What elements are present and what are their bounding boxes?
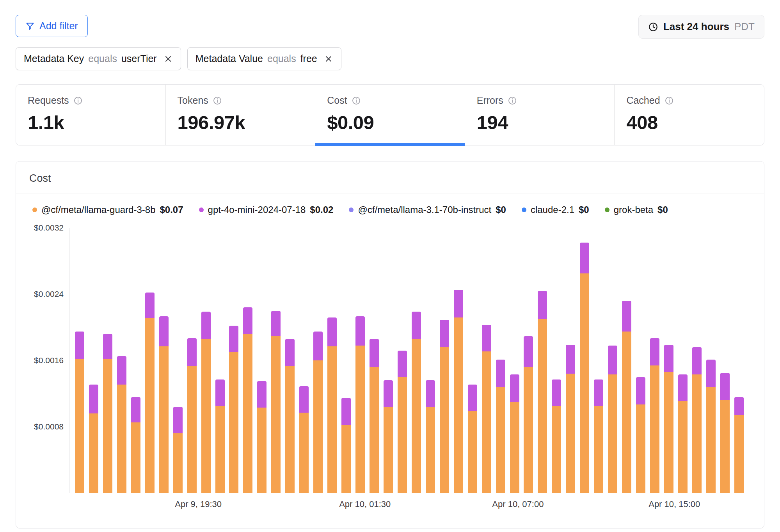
cost-bar[interactable]	[482, 228, 491, 493]
cost-bar[interactable]	[440, 228, 449, 493]
metric-card-cached[interactable]: Cached 408	[614, 84, 764, 145]
cost-bar[interactable]	[608, 228, 617, 493]
cost-bar[interactable]	[145, 228, 155, 493]
cost-bar[interactable]	[510, 228, 519, 493]
metric-label: Errors	[477, 95, 503, 106]
remove-filter-icon[interactable]	[324, 54, 333, 64]
remove-filter-icon[interactable]	[163, 54, 173, 64]
metric-card-tokens[interactable]: Tokens 196.97k	[165, 84, 316, 145]
cost-bar[interactable]	[370, 228, 379, 493]
cost-bar[interactable]	[692, 228, 702, 493]
cost-bar[interactable]	[173, 228, 183, 493]
info-icon[interactable]	[73, 96, 83, 105]
legend-item[interactable]: @cf/meta/llama-guard-3-8b $0.07	[32, 204, 183, 215]
cost-bar[interactable]	[580, 228, 589, 493]
cost-bar[interactable]	[285, 228, 295, 493]
metric-card-cost[interactable]: Cost $0.09	[315, 84, 465, 145]
bar-segment	[608, 346, 617, 374]
legend-series-total: $0.07	[160, 204, 183, 215]
metric-card-requests[interactable]: Requests 1.1k	[16, 84, 166, 145]
legend-item[interactable]: claude-2.1 $0	[522, 204, 589, 215]
cost-bar[interactable]	[538, 228, 547, 493]
metric-value: 194	[477, 112, 603, 133]
cost-bar[interactable]	[454, 228, 463, 493]
time-range-selector[interactable]: Last 24 hours PDT	[638, 15, 764, 39]
cost-bar[interactable]	[215, 228, 225, 493]
cost-bar[interactable]	[524, 228, 533, 493]
cost-bar[interactable]	[327, 228, 337, 493]
metric-label-row: Errors	[477, 95, 603, 106]
cost-bar[interactable]	[131, 228, 140, 493]
info-icon[interactable]	[352, 96, 361, 105]
bar-segment	[355, 316, 365, 345]
cost-bar[interactable]	[103, 228, 112, 493]
cost-bar[interactable]	[734, 228, 744, 493]
bar-segment	[566, 345, 575, 374]
cost-bar[interactable]	[706, 228, 716, 493]
cost-bar[interactable]	[384, 228, 393, 493]
bar-segment	[341, 425, 351, 493]
bar-segment	[75, 332, 84, 359]
cost-bar[interactable]	[622, 228, 631, 493]
cost-bar[interactable]	[117, 228, 126, 493]
cost-bar[interactable]	[271, 228, 281, 493]
legend-series-total: $0	[657, 204, 668, 215]
cost-bar[interactable]	[552, 228, 561, 493]
cost-bar[interactable]	[678, 228, 688, 493]
info-icon[interactable]	[508, 96, 517, 105]
filter-chip[interactable]: Metadata Key equals userTier	[16, 47, 181, 70]
cost-bar[interactable]	[355, 228, 365, 493]
cost-bar[interactable]	[257, 228, 267, 493]
legend-series-name: @cf/meta/llama-guard-3-8b	[41, 204, 155, 215]
cost-bar[interactable]	[187, 228, 197, 493]
legend-series-name: grok-beta	[614, 204, 653, 215]
cost-bar[interactable]	[650, 228, 659, 493]
cost-bar[interactable]	[201, 228, 211, 493]
bar-stack	[510, 374, 519, 493]
cost-bar[interactable]	[636, 228, 645, 493]
cost-bar[interactable]	[89, 228, 98, 493]
bar-segment	[734, 415, 744, 493]
bar-segment	[678, 374, 688, 401]
cost-bar[interactable]	[566, 228, 575, 493]
metric-value: 408	[626, 112, 752, 133]
info-icon[interactable]	[665, 96, 674, 105]
legend-item[interactable]: @cf/meta/llama-3.1-70b-instruct $0	[349, 204, 506, 215]
bar-segment	[384, 380, 393, 407]
cost-bar[interactable]	[426, 228, 435, 493]
bar-segment	[524, 367, 533, 493]
cost-bar[interactable]	[412, 228, 421, 493]
bar-stack	[552, 379, 561, 493]
cost-bar[interactable]	[159, 228, 169, 493]
bar-segment	[692, 374, 702, 493]
info-icon[interactable]	[213, 96, 222, 105]
cost-bar[interactable]	[229, 228, 238, 493]
x-axis-label: Apr 10, 07:00	[492, 499, 544, 509]
cost-bar[interactable]	[243, 228, 252, 493]
bar-stack	[117, 356, 126, 493]
chart-legend: @cf/meta/llama-guard-3-8b $0.07 gpt-4o-m…	[16, 193, 764, 218]
legend-item[interactable]: gpt-4o-mini-2024-07-18 $0.02	[199, 204, 334, 215]
bar-segment	[650, 338, 659, 365]
cost-bar[interactable]	[594, 228, 603, 493]
x-axis-label: Apr 10, 15:00	[649, 499, 700, 509]
metric-card-errors[interactable]: Errors 194	[465, 84, 615, 145]
filter-chip[interactable]: Metadata Value equals free	[187, 47, 341, 70]
cost-bar[interactable]	[664, 228, 673, 493]
cost-bar[interactable]	[313, 228, 323, 493]
cost-bar[interactable]	[720, 228, 730, 493]
time-range-label: Last 24 hours	[663, 21, 729, 33]
bar-segment	[285, 339, 295, 366]
legend-item[interactable]: grok-beta $0	[605, 204, 668, 215]
cost-bar[interactable]	[75, 228, 84, 493]
bar-segment	[131, 422, 140, 493]
cost-bar[interactable]	[398, 228, 407, 493]
bar-segment	[398, 351, 407, 377]
bar-segment	[552, 379, 561, 406]
bar-stack	[650, 338, 659, 493]
cost-bar[interactable]	[299, 228, 309, 493]
add-filter-button[interactable]: Add filter	[16, 15, 88, 37]
cost-bar[interactable]	[496, 228, 505, 493]
cost-bar[interactable]	[468, 228, 477, 493]
cost-bar[interactable]	[341, 228, 351, 493]
